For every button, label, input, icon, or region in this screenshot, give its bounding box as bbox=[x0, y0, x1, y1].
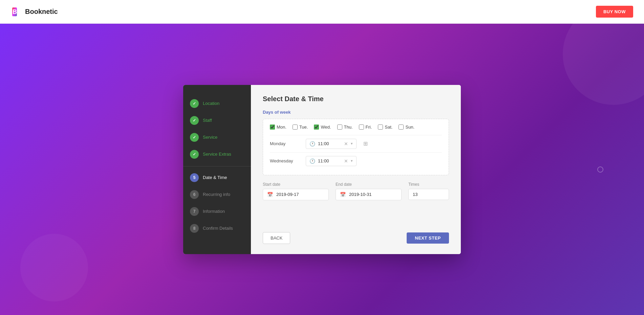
day-thu-label: Thu. bbox=[344, 125, 353, 130]
booknetic-logo-icon: B bbox=[11, 6, 22, 17]
end-date-input[interactable]: 📅 2019-10-31 bbox=[336, 189, 402, 200]
back-button[interactable]: BACK bbox=[263, 232, 290, 244]
sidebar-item-staff[interactable]: ✓ Staff bbox=[183, 112, 251, 129]
sidebar-label-date-time: Date & Time bbox=[203, 175, 227, 180]
wednesday-time-row: Wednesday 🕐 11:00 ✕ ▾ bbox=[270, 152, 442, 170]
wednesday-dropdown-icon[interactable]: ▾ bbox=[351, 159, 353, 163]
dialog-footer: BACK NEXT STEP bbox=[263, 224, 449, 244]
buy-now-button[interactable]: BUY NOW bbox=[596, 6, 633, 18]
day-thu-check[interactable]: Thu. bbox=[337, 125, 353, 130]
days-box: Mon. Tue. Wed. Thu. bbox=[263, 119, 449, 175]
day-wed-checkbox[interactable] bbox=[314, 125, 319, 130]
sidebar-item-confirm-details[interactable]: 8 Confirm Details bbox=[183, 220, 251, 237]
step-icon-staff: ✓ bbox=[190, 116, 199, 125]
day-tue-checkbox[interactable] bbox=[293, 125, 298, 130]
monday-time-row: Monday 🕐 11:00 ✕ ▾ ⊞ bbox=[270, 135, 442, 152]
monday-time-value: 11:00 bbox=[318, 141, 341, 146]
day-mon-check[interactable]: Mon. bbox=[270, 125, 286, 130]
day-wed-check[interactable]: Wed. bbox=[314, 125, 331, 130]
monday-clear-icon[interactable]: ✕ bbox=[344, 141, 348, 147]
step-icon-confirm-details: 8 bbox=[190, 224, 199, 233]
day-mon-label: Mon. bbox=[277, 125, 286, 130]
wednesday-clear-icon[interactable]: ✕ bbox=[344, 158, 348, 164]
sidebar-label-service-extras: Service Extras bbox=[203, 152, 231, 157]
page-title: Select Date & Time bbox=[263, 95, 449, 103]
page-background: ✓ Location ✓ Staff ✓ Service ✓ Service E… bbox=[0, 24, 644, 315]
times-label: Times bbox=[408, 182, 449, 187]
start-date-label: Start date bbox=[263, 182, 329, 187]
clock-icon-monday: 🕐 bbox=[309, 141, 315, 147]
day-sat-check[interactable]: Sat. bbox=[378, 125, 392, 130]
step-icon-service: ✓ bbox=[190, 133, 199, 142]
day-sat-label: Sat. bbox=[385, 125, 392, 130]
day-sat-checkbox[interactable] bbox=[378, 125, 383, 130]
calendar-icon-end: 📅 bbox=[340, 192, 346, 197]
sidebar-label-recurring-info: Recurring info bbox=[203, 192, 230, 197]
wednesday-time-value: 11:00 bbox=[318, 158, 341, 163]
sidebar-item-date-time[interactable]: 5 Date & Time bbox=[183, 166, 251, 186]
copy-icon-monday[interactable]: ⊞ bbox=[363, 140, 368, 147]
day-mon-checkbox[interactable] bbox=[270, 125, 275, 130]
sidebar-item-service[interactable]: ✓ Service bbox=[183, 129, 251, 146]
day-wed-label: Wed. bbox=[321, 125, 331, 130]
sidebar: ✓ Location ✓ Staff ✓ Service ✓ Service E… bbox=[183, 85, 251, 254]
logo-text: Booknetic bbox=[25, 8, 58, 16]
wednesday-time-input[interactable]: 🕐 11:00 ✕ ▾ bbox=[306, 156, 357, 166]
calendar-icon-start: 📅 bbox=[267, 192, 273, 197]
monday-label: Monday bbox=[270, 141, 300, 146]
start-date-input[interactable]: 📅 2019-09-17 bbox=[263, 189, 329, 200]
times-field: Times bbox=[408, 182, 449, 200]
start-date-field: Start date 📅 2019-09-17 bbox=[263, 182, 329, 200]
step-icon-date-time: 5 bbox=[190, 173, 199, 182]
day-thu-checkbox[interactable] bbox=[337, 125, 342, 130]
next-step-button[interactable]: NEXT STEP bbox=[407, 232, 449, 244]
day-sun-checkbox[interactable] bbox=[399, 125, 404, 130]
sidebar-label-confirm-details: Confirm Details bbox=[203, 226, 233, 231]
booking-dialog: ✓ Location ✓ Staff ✓ Service ✓ Service E… bbox=[183, 85, 461, 254]
sidebar-item-recurring-info[interactable]: 6 Recurring info bbox=[183, 186, 251, 203]
dates-row: Start date 📅 2019-09-17 End date 📅 2019-… bbox=[263, 182, 449, 200]
main-content: Select Date & Time Days of week Mon. Tue… bbox=[251, 85, 461, 254]
day-sun-check[interactable]: Sun. bbox=[399, 125, 414, 130]
start-date-value: 2019-09-17 bbox=[276, 192, 299, 197]
sidebar-label-location: Location bbox=[203, 101, 219, 106]
day-sun-label: Sun. bbox=[405, 125, 414, 130]
sidebar-item-information[interactable]: 7 Information bbox=[183, 203, 251, 220]
days-of-week-label: Days of week bbox=[263, 110, 449, 115]
end-date-value: 2019-10-31 bbox=[349, 192, 372, 197]
monday-dropdown-icon[interactable]: ▾ bbox=[351, 141, 353, 146]
day-tue-label: Tue. bbox=[299, 125, 308, 130]
sidebar-label-information: Information bbox=[203, 209, 225, 214]
decorative-circle bbox=[597, 166, 603, 173]
navbar: B Booknetic BUY NOW bbox=[0, 0, 644, 24]
sidebar-item-service-extras[interactable]: ✓ Service Extras bbox=[183, 146, 251, 163]
step-icon-recurring-info: 6 bbox=[190, 190, 199, 199]
step-icon-location: ✓ bbox=[190, 99, 199, 108]
clock-icon-wednesday: 🕐 bbox=[309, 158, 315, 164]
end-date-label: End date bbox=[336, 182, 402, 187]
day-fri-checkbox[interactable] bbox=[359, 125, 364, 130]
monday-time-input[interactable]: 🕐 11:00 ✕ ▾ bbox=[306, 139, 357, 149]
sidebar-item-location[interactable]: ✓ Location bbox=[183, 95, 251, 112]
days-row: Mon. Tue. Wed. Thu. bbox=[270, 125, 442, 130]
day-fri-check[interactable]: Fri. bbox=[359, 125, 372, 130]
logo: B Booknetic bbox=[11, 6, 58, 17]
svg-text:B: B bbox=[13, 8, 17, 15]
step-icon-service-extras: ✓ bbox=[190, 150, 199, 159]
times-input[interactable] bbox=[408, 189, 449, 200]
step-icon-information: 7 bbox=[190, 207, 199, 216]
day-tue-check[interactable]: Tue. bbox=[293, 125, 308, 130]
sidebar-label-service: Service bbox=[203, 135, 217, 140]
sidebar-label-staff: Staff bbox=[203, 118, 212, 123]
day-fri-label: Fri. bbox=[366, 125, 372, 130]
end-date-field: End date 📅 2019-10-31 bbox=[336, 182, 402, 200]
wednesday-label: Wednesday bbox=[270, 158, 300, 163]
